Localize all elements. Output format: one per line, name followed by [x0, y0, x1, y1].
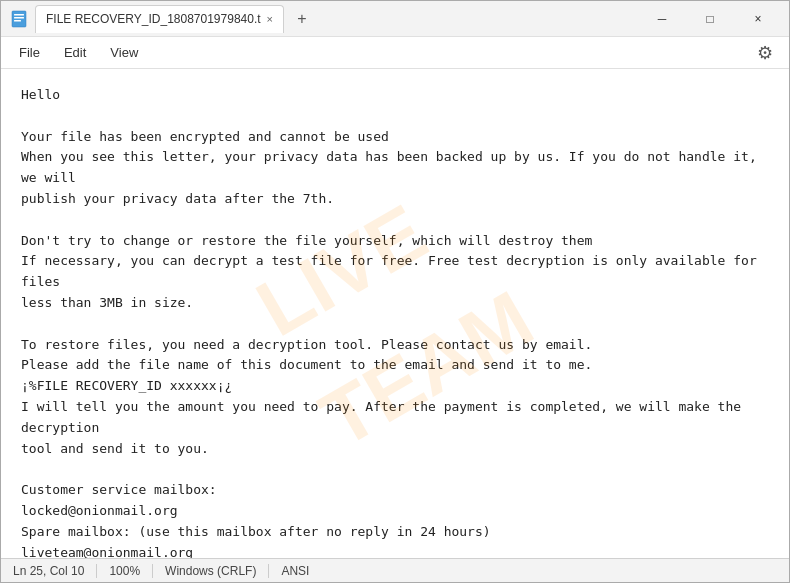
- svg-rect-0: [12, 11, 26, 27]
- menubar: File Edit View ⚙: [1, 37, 789, 69]
- document-text: Hello Your file has been encrypted and c…: [21, 85, 769, 558]
- line-ending: Windows (CRLF): [153, 564, 269, 578]
- close-button[interactable]: ×: [735, 4, 781, 34]
- window-controls: ─ □ ×: [639, 4, 781, 34]
- menu-edit[interactable]: Edit: [54, 41, 96, 64]
- cursor-position: Ln 25, Col 10: [13, 564, 97, 578]
- text-content-area[interactable]: LIVETEAM Hello Your file has been encryp…: [1, 69, 789, 558]
- svg-rect-2: [14, 17, 24, 19]
- zoom-level: 100%: [97, 564, 153, 578]
- svg-rect-1: [14, 14, 24, 16]
- tab-close-button[interactable]: ×: [267, 13, 273, 25]
- active-tab[interactable]: FILE RECOVERY_ID_1808701979840.t ×: [35, 5, 284, 33]
- notepad-window: FILE RECOVERY_ID_1808701979840.t × + ─ □…: [0, 0, 790, 583]
- svg-rect-3: [14, 20, 21, 22]
- encoding: ANSI: [269, 564, 321, 578]
- menu-items: File Edit View: [9, 41, 148, 64]
- titlebar: FILE RECOVERY_ID_1808701979840.t × + ─ □…: [1, 1, 789, 37]
- menu-view[interactable]: View: [100, 41, 148, 64]
- tab-title: FILE RECOVERY_ID_1808701979840.t: [46, 12, 261, 26]
- statusbar: Ln 25, Col 10 100% Windows (CRLF) ANSI: [1, 558, 789, 582]
- titlebar-left: FILE RECOVERY_ID_1808701979840.t × +: [9, 5, 639, 33]
- maximize-button[interactable]: □: [687, 4, 733, 34]
- new-tab-button[interactable]: +: [290, 7, 314, 31]
- menu-file[interactable]: File: [9, 41, 50, 64]
- settings-icon[interactable]: ⚙: [749, 37, 781, 69]
- app-icon: [9, 9, 29, 29]
- minimize-button[interactable]: ─: [639, 4, 685, 34]
